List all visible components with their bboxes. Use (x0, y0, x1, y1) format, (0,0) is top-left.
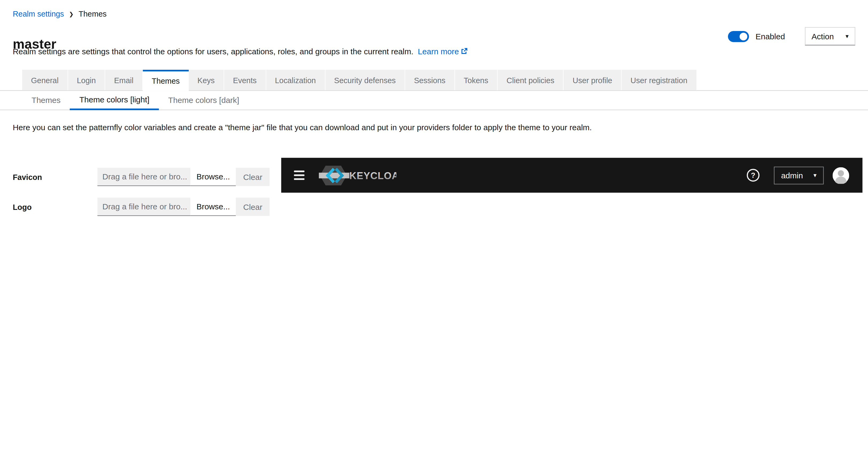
tab-localization[interactable]: Localization (266, 70, 325, 90)
learn-more-link[interactable]: Learn more (418, 47, 459, 56)
preview-tabbar: Tab One Tab Two (305, 218, 850, 221)
preview-tab-one[interactable]: Tab One (305, 218, 352, 221)
tab-general[interactable]: General (22, 70, 68, 90)
preview-tab-two[interactable]: Tab Two (352, 218, 400, 221)
enabled-toggle[interactable] (728, 31, 749, 42)
subtab-themes[interactable]: Themes (22, 90, 70, 111)
logo-browse-button[interactable]: Browse... (190, 197, 236, 216)
page-description-text: Realm settings are settings that control… (13, 47, 413, 56)
tab-keys[interactable]: Keys (188, 70, 224, 90)
realm-settings-tabbar: General Login Email Themes Keys Events L… (0, 70, 868, 91)
favicon-file-input[interactable]: Drag a file here or bro... (97, 167, 190, 186)
chevron-down-icon: ▾ (845, 33, 848, 40)
logo-clear-button[interactable]: Clear (236, 197, 270, 216)
favicon-label: Favicon (13, 171, 98, 183)
keycloak-logo-text: KEYCLOAK (349, 170, 397, 181)
help-icon[interactable]: ? (747, 169, 760, 182)
admin-user-label: admin (781, 171, 803, 180)
tab-sessions[interactable]: Sessions (405, 70, 455, 90)
page-description: Realm settings are settings that control… (13, 47, 468, 56)
action-dropdown-label: Action (812, 32, 834, 41)
preview-masthead: KEYCLOAK ? admin ▾ (281, 158, 862, 192)
tab-tokens[interactable]: Tokens (455, 70, 497, 90)
breadcrumb-realm-settings[interactable]: Realm settings (13, 9, 64, 18)
keycloak-logo: KEYCLOAK (319, 164, 397, 186)
tab-events[interactable]: Events (224, 70, 266, 90)
tab-email[interactable]: Email (105, 70, 143, 90)
preview-content: Tab One Tab Two ! Error ✓ Success Lorem … (293, 218, 850, 221)
chevron-down-icon: ▾ (813, 172, 816, 179)
tab-themes[interactable]: Themes (143, 70, 188, 91)
external-link-icon (461, 48, 468, 56)
tab-security-defenses[interactable]: Security defenses (326, 70, 405, 90)
favicon-clear-button[interactable]: Clear (236, 167, 270, 186)
tab-user-profile[interactable]: User profile (564, 70, 622, 90)
breadcrumb: Realm settings ❯ Themes (13, 9, 107, 18)
intro-text: Here you can set the patternfly color va… (13, 123, 592, 132)
tab-user-registration[interactable]: User registration (622, 70, 696, 90)
tab-client-policies[interactable]: Client policies (498, 70, 564, 90)
breadcrumb-divider-icon: ❯ (69, 11, 73, 17)
hamburger-menu-icon[interactable] (294, 171, 305, 180)
logo-file-control: Drag a file here or bro... Browse... Cle… (97, 197, 270, 216)
tab-login[interactable]: Login (68, 70, 105, 90)
subtab-theme-colors-dark[interactable]: Theme colors [dark] (159, 90, 249, 111)
favicon-browse-button[interactable]: Browse... (190, 167, 236, 186)
theme-preview-panel: KEYCLOAK ? admin ▾ (281, 158, 862, 221)
logo-file-input[interactable]: Drag a file here or bro... (97, 197, 190, 216)
realm-settings-themes-page: Realm settings ❯ Themes master Realm set… (0, 0, 868, 221)
action-dropdown[interactable]: Action ▾ (805, 27, 855, 45)
breadcrumb-themes: Themes (79, 9, 107, 18)
header-controls: Enabled Action ▾ (728, 27, 856, 45)
masthead-right: ? admin ▾ (747, 166, 849, 184)
theme-colors-form: Favicon Drag a file here or bro... Brows… (13, 158, 270, 221)
themes-subtabbar: Themes Theme colors [light] Theme colors… (0, 90, 868, 111)
logo-label: Logo (13, 201, 98, 213)
avatar[interactable] (832, 167, 849, 183)
favicon-row: Favicon Drag a file here or bro... Brows… (13, 167, 270, 186)
favicon-file-control: Drag a file here or bro... Browse... Cle… (97, 167, 270, 186)
toggle-knob (739, 32, 747, 40)
enabled-label: Enabled (755, 32, 785, 41)
admin-user-dropdown[interactable]: admin ▾ (774, 166, 824, 184)
subtab-theme-colors-light[interactable]: Theme colors [light] (70, 90, 159, 111)
logo-row: Logo Drag a file here or bro... Browse..… (13, 197, 270, 216)
